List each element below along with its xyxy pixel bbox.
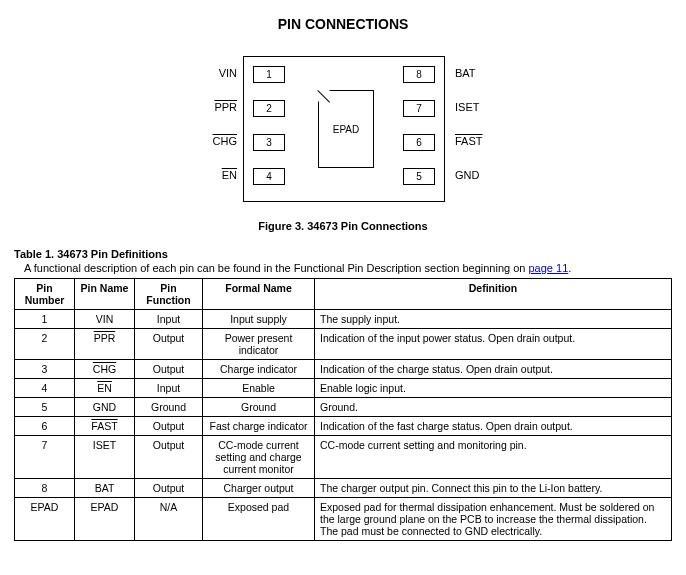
pin-box-3: 3 [253,134,285,151]
cell-pin-name: ISET [75,436,135,479]
cell-pin-function: Input [135,310,203,329]
cell-definition: Exposed pad for thermal dissipation enha… [315,498,672,541]
cell-pin-number: 4 [15,379,75,398]
cell-definition: Ground. [315,398,672,417]
cell-formal-name: CC-mode current setting and charge curre… [203,436,315,479]
cell-pin-number: 7 [15,436,75,479]
pin-label-en: EN [193,169,237,181]
cell-formal-name: Exposed pad [203,498,315,541]
table-row: 3CHGOutputCharge indicatorIndication of … [15,360,672,379]
cell-formal-name: Input supply [203,310,315,329]
cell-pin-number: 2 [15,329,75,360]
cell-pin-name: FAST [75,417,135,436]
pin-box-2: 2 [253,100,285,117]
pin-box-7: 7 [403,100,435,117]
cell-pin-name: CHG [75,360,135,379]
cell-pin-function: Ground [135,398,203,417]
cell-formal-name: Enable [203,379,315,398]
cell-pin-number: 3 [15,360,75,379]
cell-pin-function: Input [135,379,203,398]
cell-formal-name: Charge indicator [203,360,315,379]
cell-definition: Indication of the charge status. Open dr… [315,360,672,379]
cell-pin-function: Output [135,329,203,360]
col-pin-function: Pin Function [135,279,203,310]
cell-pin-name: EPAD [75,498,135,541]
pin-box-4: 4 [253,168,285,185]
cell-pin-number: 8 [15,479,75,498]
pin-label-vin: VIN [193,67,237,79]
cell-pin-name: BAT [75,479,135,498]
cell-definition: CC-mode current setting and monitoring p… [315,436,672,479]
table-row: 7ISETOutputCC-mode current setting and c… [15,436,672,479]
cell-formal-name: Power present indicator [203,329,315,360]
cell-pin-function: Output [135,479,203,498]
col-definition: Definition [315,279,672,310]
table-row: 4ENInputEnableEnable logic input. [15,379,672,398]
cell-pin-name: EN [75,379,135,398]
cell-pin-function: Output [135,417,203,436]
table-row: 5GNDGroundGroundGround. [15,398,672,417]
pin-label-bat: BAT [455,67,476,79]
cell-pin-name: PPR [75,329,135,360]
pin-label-iset: ISET [455,101,479,113]
cell-formal-name: Charger output [203,479,315,498]
cell-definition: The charger output pin. Connect this pin… [315,479,672,498]
cell-pin-number: 1 [15,310,75,329]
pin-definitions-table: Pin Number Pin Name Pin Function Formal … [14,278,672,541]
figure-caption: Figure 3. 34673 Pin Connections [14,220,672,232]
table-row: EPADEPADN/AExposed padExposed pad for th… [15,498,672,541]
cell-formal-name: Fast charge indicator [203,417,315,436]
col-pin-number: Pin Number [15,279,75,310]
cell-pin-number: 6 [15,417,75,436]
col-pin-name: Pin Name [75,279,135,310]
cell-definition: The supply input. [315,310,672,329]
cell-pin-number: 5 [15,398,75,417]
cell-pin-name: VIN [75,310,135,329]
table-row: 1VINInputInput supplyThe supply input. [15,310,672,329]
table-header-row: Pin Number Pin Name Pin Function Formal … [15,279,672,310]
table-title: Table 1. 34673 Pin Definitions [14,248,672,260]
pin-box-6: 6 [403,134,435,151]
cell-pin-function: Output [135,436,203,479]
cell-definition: Enable logic input. [315,379,672,398]
cell-pin-function: Output [135,360,203,379]
table-note: A functional description of each pin can… [24,262,672,274]
cell-pin-function: N/A [135,498,203,541]
col-formal-name: Formal Name [203,279,315,310]
pin-box-5: 5 [403,168,435,185]
pin-label-gnd: GND [455,169,479,181]
cell-pin-name: GND [75,398,135,417]
cell-pin-number: EPAD [15,498,75,541]
epad-label: EPAD [333,124,360,135]
cell-definition: Indication of the fast charge status. Op… [315,417,672,436]
page-link[interactable]: page 11 [529,262,569,274]
cell-formal-name: Ground [203,398,315,417]
page-title: PIN CONNECTIONS [14,16,672,32]
pin-label-ppr: PPR [193,101,237,113]
table-row: 8BATOutputCharger outputThe charger outp… [15,479,672,498]
pin-label-fast: FAST [455,135,483,147]
cell-definition: Indication of the input power status. Op… [315,329,672,360]
table-row: 2PPROutputPower present indicatorIndicat… [15,329,672,360]
pin-label-chg: CHG [193,135,237,147]
pin-box-1: 1 [253,66,285,83]
table-row: 6FASTOutputFast charge indicatorIndicati… [15,417,672,436]
pin-diagram: EPAD 1VIN2PPR3CHG4EN8BAT7ISET6FAST5GND [14,50,672,210]
pin-box-8: 8 [403,66,435,83]
